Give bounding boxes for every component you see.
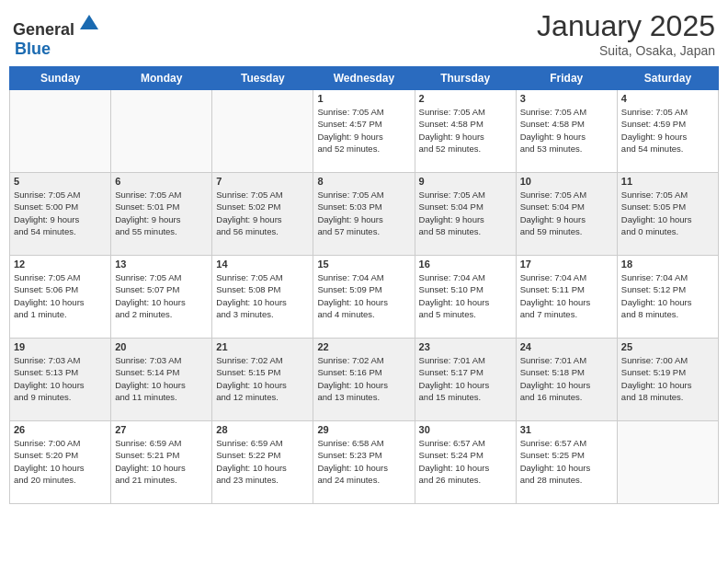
- logo-general: General: [13, 20, 74, 39]
- location-title: Suita, Osaka, Japan: [537, 43, 715, 58]
- day-info: Sunrise: 7:03 AM Sunset: 5:14 PM Dayligh…: [115, 354, 208, 403]
- calendar-week-row-3: 12Sunrise: 7:05 AM Sunset: 5:06 PM Dayli…: [10, 256, 719, 339]
- calendar-day-30: 30Sunrise: 6:57 AM Sunset: 5:24 PM Dayli…: [415, 421, 516, 504]
- day-number: 13: [115, 259, 208, 270]
- day-info: Sunrise: 7:04 AM Sunset: 5:11 PM Dayligh…: [520, 271, 613, 320]
- day-info: Sunrise: 7:05 AM Sunset: 5:05 PM Dayligh…: [621, 189, 714, 237]
- calendar-day-2: 2Sunrise: 7:05 AM Sunset: 4:58 PM Daylig…: [415, 90, 516, 173]
- day-info: Sunrise: 7:05 AM Sunset: 5:00 PM Dayligh…: [14, 189, 107, 237]
- calendar-week-row-2: 5Sunrise: 7:05 AM Sunset: 5:00 PM Daylig…: [10, 173, 719, 256]
- day-number: 11: [621, 176, 714, 187]
- day-number: 5: [14, 176, 107, 187]
- day-info: Sunrise: 7:01 AM Sunset: 5:17 PM Dayligh…: [419, 354, 512, 403]
- day-number: 14: [216, 259, 309, 270]
- day-number: 6: [115, 176, 208, 187]
- weekday-header-wednesday: Wednesday: [313, 67, 415, 90]
- weekday-header-saturday: Saturday: [617, 67, 718, 90]
- day-info: Sunrise: 7:00 AM Sunset: 5:20 PM Dayligh…: [14, 437, 107, 486]
- calendar-day-28: 28Sunrise: 6:59 AM Sunset: 5:22 PM Dayli…: [212, 421, 313, 504]
- calendar-day-7: 7Sunrise: 7:05 AM Sunset: 5:02 PM Daylig…: [212, 173, 313, 256]
- day-info: Sunrise: 7:05 AM Sunset: 5:08 PM Dayligh…: [216, 271, 309, 320]
- month-title: January 2025: [537, 9, 715, 43]
- day-info: Sunrise: 7:04 AM Sunset: 5:09 PM Dayligh…: [317, 271, 410, 320]
- weekday-header-monday: Monday: [111, 67, 212, 90]
- day-number: 8: [317, 176, 410, 187]
- day-number: 19: [14, 341, 107, 352]
- calendar-day-4: 4Sunrise: 7:05 AM Sunset: 4:59 PM Daylig…: [617, 90, 718, 173]
- calendar-day-15: 15Sunrise: 7:04 AM Sunset: 5:09 PM Dayli…: [313, 256, 415, 339]
- calendar-day-8: 8Sunrise: 7:05 AM Sunset: 5:03 PM Daylig…: [313, 173, 415, 256]
- calendar-day-11: 11Sunrise: 7:05 AM Sunset: 5:05 PM Dayli…: [617, 173, 718, 256]
- day-info: Sunrise: 7:05 AM Sunset: 5:07 PM Dayligh…: [115, 271, 208, 320]
- calendar-day-13: 13Sunrise: 7:05 AM Sunset: 5:07 PM Dayli…: [111, 256, 212, 339]
- day-info: Sunrise: 7:02 AM Sunset: 5:15 PM Dayligh…: [216, 354, 309, 403]
- weekday-header-thursday: Thursday: [415, 67, 516, 90]
- weekday-header-row: SundayMondayTuesdayWednesdayThursdayFrid…: [10, 67, 719, 90]
- day-info: Sunrise: 7:05 AM Sunset: 4:57 PM Dayligh…: [317, 106, 410, 155]
- day-info: Sunrise: 7:05 AM Sunset: 5:04 PM Dayligh…: [419, 189, 512, 237]
- day-number: 30: [419, 424, 512, 435]
- calendar-day-1: 1Sunrise: 7:05 AM Sunset: 4:57 PM Daylig…: [313, 90, 415, 173]
- day-info: Sunrise: 7:02 AM Sunset: 5:16 PM Dayligh…: [317, 354, 410, 403]
- day-number: 24: [520, 341, 613, 352]
- calendar-day-23: 23Sunrise: 7:01 AM Sunset: 5:17 PM Dayli…: [415, 339, 516, 421]
- day-info: Sunrise: 7:05 AM Sunset: 4:59 PM Dayligh…: [621, 106, 714, 155]
- calendar-day-27: 27Sunrise: 6:59 AM Sunset: 5:21 PM Dayli…: [111, 421, 212, 504]
- day-number: 7: [216, 176, 309, 187]
- day-number: 18: [621, 259, 714, 270]
- day-number: 9: [419, 176, 512, 187]
- svg-rect-1: [85, 24, 93, 29]
- calendar-empty-cell: [212, 90, 313, 173]
- day-info: Sunrise: 7:05 AM Sunset: 4:58 PM Dayligh…: [419, 106, 512, 155]
- calendar-day-24: 24Sunrise: 7:01 AM Sunset: 5:18 PM Dayli…: [516, 339, 617, 421]
- day-number: 3: [520, 93, 613, 104]
- day-number: 23: [419, 341, 512, 352]
- day-info: Sunrise: 6:57 AM Sunset: 5:25 PM Dayligh…: [520, 437, 613, 486]
- day-info: Sunrise: 6:58 AM Sunset: 5:23 PM Dayligh…: [317, 437, 410, 486]
- calendar-day-14: 14Sunrise: 7:05 AM Sunset: 5:08 PM Dayli…: [212, 256, 313, 339]
- logo-blue: Blue: [15, 40, 51, 58]
- calendar-table: SundayMondayTuesdayWednesdayThursdayFrid…: [9, 66, 719, 504]
- logo: General Blue: [13, 9, 102, 59]
- calendar-day-19: 19Sunrise: 7:03 AM Sunset: 5:13 PM Dayli…: [10, 339, 111, 421]
- title-block: January 2025 Suita, Osaka, Japan: [537, 9, 715, 58]
- calendar-day-3: 3Sunrise: 7:05 AM Sunset: 4:58 PM Daylig…: [516, 90, 617, 173]
- day-number: 12: [14, 259, 107, 270]
- calendar-week-row-5: 26Sunrise: 7:00 AM Sunset: 5:20 PM Dayli…: [10, 421, 719, 504]
- calendar-empty-cell: [10, 90, 111, 173]
- calendar-week-row-4: 19Sunrise: 7:03 AM Sunset: 5:13 PM Dayli…: [10, 339, 719, 421]
- day-number: 17: [520, 259, 613, 270]
- calendar-day-12: 12Sunrise: 7:05 AM Sunset: 5:06 PM Dayli…: [10, 256, 111, 339]
- weekday-header-sunday: Sunday: [10, 67, 111, 90]
- day-info: Sunrise: 7:05 AM Sunset: 5:04 PM Dayligh…: [520, 189, 613, 237]
- calendar-day-10: 10Sunrise: 7:05 AM Sunset: 5:04 PM Dayli…: [516, 173, 617, 256]
- day-number: 2: [419, 93, 512, 104]
- day-number: 27: [115, 424, 208, 435]
- day-info: Sunrise: 7:05 AM Sunset: 4:58 PM Dayligh…: [520, 106, 613, 155]
- day-number: 22: [317, 341, 410, 352]
- calendar-empty-cell: [111, 90, 212, 173]
- calendar-day-25: 25Sunrise: 7:00 AM Sunset: 5:19 PM Dayli…: [617, 339, 718, 421]
- calendar-day-21: 21Sunrise: 7:02 AM Sunset: 5:15 PM Dayli…: [212, 339, 313, 421]
- day-info: Sunrise: 7:04 AM Sunset: 5:12 PM Dayligh…: [621, 271, 714, 320]
- day-info: Sunrise: 7:05 AM Sunset: 5:06 PM Dayligh…: [14, 271, 107, 320]
- day-number: 10: [520, 176, 613, 187]
- day-number: 26: [14, 424, 107, 435]
- calendar-day-6: 6Sunrise: 7:05 AM Sunset: 5:01 PM Daylig…: [111, 173, 212, 256]
- day-info: Sunrise: 6:59 AM Sunset: 5:22 PM Dayligh…: [216, 437, 309, 486]
- calendar-day-5: 5Sunrise: 7:05 AM Sunset: 5:00 PM Daylig…: [10, 173, 111, 256]
- day-info: Sunrise: 7:00 AM Sunset: 5:19 PM Dayligh…: [621, 354, 714, 403]
- day-number: 29: [317, 424, 410, 435]
- calendar-day-20: 20Sunrise: 7:03 AM Sunset: 5:14 PM Dayli…: [111, 339, 212, 421]
- day-info: Sunrise: 7:05 AM Sunset: 5:03 PM Dayligh…: [317, 189, 410, 237]
- day-number: 15: [317, 259, 410, 270]
- day-number: 25: [621, 341, 714, 352]
- calendar-empty-cell: [617, 421, 718, 504]
- logo-text: General Blue: [13, 9, 102, 59]
- day-number: 16: [419, 259, 512, 270]
- day-info: Sunrise: 6:57 AM Sunset: 5:24 PM Dayligh…: [419, 437, 512, 486]
- page-header: General Blue January 2025 Suita, Osaka, …: [9, 9, 719, 59]
- calendar-day-18: 18Sunrise: 7:04 AM Sunset: 5:12 PM Dayli…: [617, 256, 718, 339]
- day-number: 28: [216, 424, 309, 435]
- calendar-day-16: 16Sunrise: 7:04 AM Sunset: 5:10 PM Dayli…: [415, 256, 516, 339]
